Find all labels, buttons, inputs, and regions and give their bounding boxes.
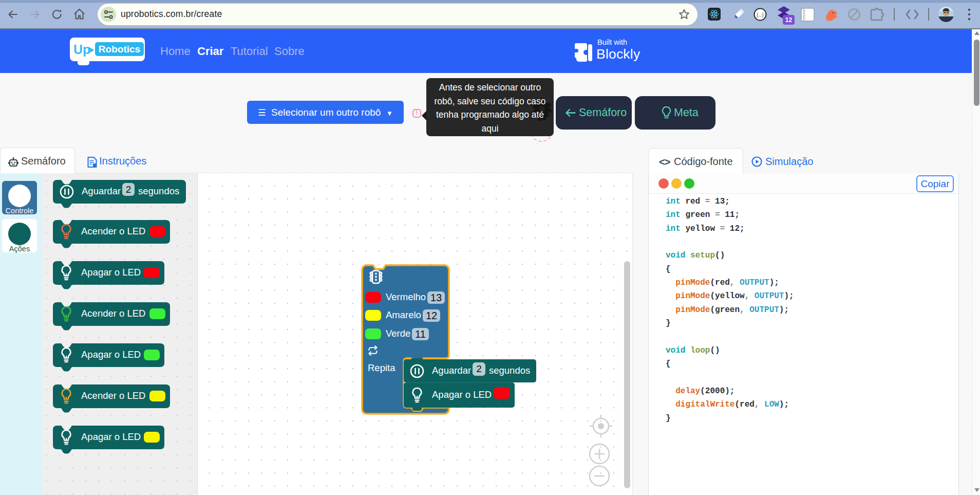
svg-text:{...}: {...}	[757, 12, 764, 17]
svg-text:12: 12	[785, 16, 793, 24]
